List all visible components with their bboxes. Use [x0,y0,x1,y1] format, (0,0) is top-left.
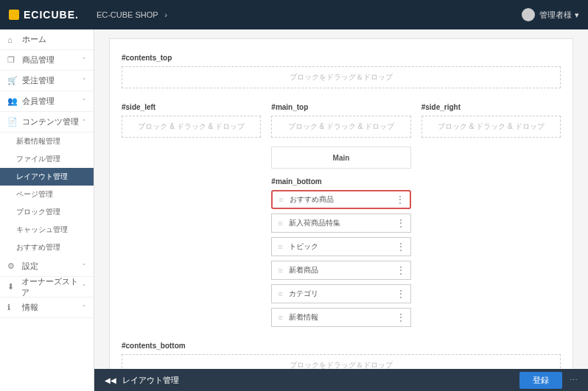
sub-item-2[interactable]: レイアウト管理 [0,168,94,186]
chevron-icon: ˅ [83,283,86,291]
more-icon[interactable]: ⋯ [570,376,578,385]
nav-icon: ⬇ [7,282,17,292]
chevron-right-icon: › [165,11,167,19]
footer-title: レイアウト管理 [122,375,179,386]
section-side-left: #side_left [122,103,261,111]
save-button[interactable]: 登録 [519,372,562,389]
section-main-bottom: #main_bottom [271,177,410,186]
grip-icon: ≡ [278,289,282,298]
nav-icon: ⚙ [7,261,18,271]
shop-selector[interactable]: EC-CUBE SHOP › [97,10,167,19]
nav-item-2[interactable]: 🛒受注管理˅ [0,71,94,91]
topbar: ECICUBE. EC-CUBE SHOP › 管理者様 ▾ [0,0,588,29]
more-dots-icon[interactable]: ⋮ [396,289,405,299]
more-dots-icon[interactable]: ⋮ [396,265,405,275]
block-item-1[interactable]: ≡新入荷商品特集⋮ [271,214,410,233]
block-label: 新着情報 [289,312,318,323]
block-label: 新着商品 [289,265,318,275]
nav-icon: ⌂ [7,35,18,44]
sub-item-4[interactable]: ブロック管理 [0,203,94,221]
block-label: 新入荷商品特集 [289,218,340,228]
block-item-2[interactable]: ≡トピック⋮ [271,237,410,256]
dropzone-contents-bottom[interactable]: ブロックをドラッグ＆ドロップ [122,354,561,369]
grip-icon: ≡ [278,242,282,251]
chevron-icon: ˅ [83,57,86,64]
more-dots-icon[interactable]: ⋮ [396,218,405,228]
nav-item-3[interactable]: 👥会員管理˅ [0,91,94,112]
block-label: トピック [289,242,318,252]
avatar-icon [522,8,535,21]
section-contents-bottom: #contents_bottom [122,342,561,350]
nav-item-5[interactable]: ⚙設定˅ [0,256,94,277]
more-dots-icon[interactable]: ⋮ [396,312,405,323]
grip-icon: ≡ [279,195,283,204]
nav-label: 受注管理 [22,75,55,86]
nav-item-6[interactable]: ⬇オーナーズストア˅ [0,277,94,297]
section-main-top: #main_top [271,103,410,111]
chevron-icon: ˅ [83,77,86,85]
sub-item-6[interactable]: おすすめ管理 [0,239,94,256]
sub-item-3[interactable]: ページ管理 [0,186,94,203]
block-item-5[interactable]: ≡新着情報⋮ [271,308,410,327]
dropzone-contents-top[interactable]: ブロックをドラッグ＆ドロップ [122,66,561,88]
logo-badge-icon [9,10,19,20]
sub-item-0[interactable]: 新着情報管理 [0,133,94,150]
nav-label: オーナーズストア [21,276,83,298]
section-side-right: #side_right [421,103,561,111]
grip-icon: ≡ [278,219,282,228]
main-region: Main [271,147,410,169]
main-content: #contents_top ブロックをドラッグ＆ドロップ #side_left … [94,29,588,369]
nav-item-7[interactable]: ℹ情報˅ [0,297,94,318]
dropzone-main-top[interactable]: ブロック & ドラック & ドロップ [271,116,410,138]
nav-icon: 📄 [7,117,18,127]
dropzone-side-left[interactable]: ブロック & ドラック & ドロップ [122,116,261,138]
section-contents-top: #contents_top [122,54,561,62]
nav-label: 設定 [22,261,38,272]
footer-bar: ◀◀ レイアウト管理 登録 ⋯ [94,369,588,391]
sub-item-5[interactable]: キャッシュ管理 [0,221,94,239]
block-item-4[interactable]: ≡カテゴリ⋮ [271,284,410,303]
nav-icon: 🛒 [7,76,18,85]
nav-icon: 👥 [7,96,18,106]
rewind-icon[interactable]: ◀◀ [105,376,116,384]
grip-icon: ≡ [278,313,282,322]
block-label: カテゴリ [289,289,318,299]
chevron-down-icon: ▾ [575,10,579,20]
nav-item-4[interactable]: 📄コンテンツ管理˄ [0,112,94,133]
more-dots-icon[interactable]: ⋮ [396,194,404,205]
block-item-0[interactable]: ≡おすすめ商品⋮ [271,190,410,209]
nav-label: ホーム [22,34,46,45]
chevron-icon: ˅ [83,304,86,311]
nav-label: 商品管理 [22,54,55,66]
chevron-icon: ˄ [83,119,86,126]
more-dots-icon[interactable]: ⋮ [396,242,405,252]
chevron-icon: ˅ [83,98,86,105]
dropzone-side-right[interactable]: ブロック & ドラック & ドロップ [421,116,561,138]
main-bottom-blocks: ≡おすすめ商品⋮≡新入荷商品特集⋮≡トピック⋮≡新着商品⋮≡カテゴリ⋮≡新着情報… [271,190,410,327]
nav-item-0[interactable]: ⌂ホーム [0,29,94,50]
nav-label: 会員管理 [22,96,55,107]
sidebar: ⌂ホーム❐商品管理˅🛒受注管理˅👥会員管理˅📄コンテンツ管理˄新着情報管理ファイ… [0,29,94,391]
nav-label: 情報 [22,302,38,313]
user-menu[interactable]: 管理者様 ▾ [522,8,579,21]
sub-item-1[interactable]: ファイル管理 [0,150,94,168]
user-label: 管理者様 [539,10,572,21]
layout-panel: #contents_top ブロックをドラッグ＆ドロップ #side_left … [109,38,573,369]
logo[interactable]: ECICUBE. [9,9,79,21]
nav-item-1[interactable]: ❐商品管理˅ [0,50,94,71]
nav-label: コンテンツ管理 [22,116,79,127]
chevron-icon: ˅ [83,263,86,270]
shop-name: EC-CUBE SHOP [97,10,158,19]
logo-text: ECICUBE. [24,9,79,21]
block-label: おすすめ商品 [290,194,334,205]
grip-icon: ≡ [278,266,282,275]
nav-icon: ℹ [7,303,18,312]
block-item-3[interactable]: ≡新着商品⋮ [271,261,410,280]
nav-icon: ❐ [7,55,18,65]
